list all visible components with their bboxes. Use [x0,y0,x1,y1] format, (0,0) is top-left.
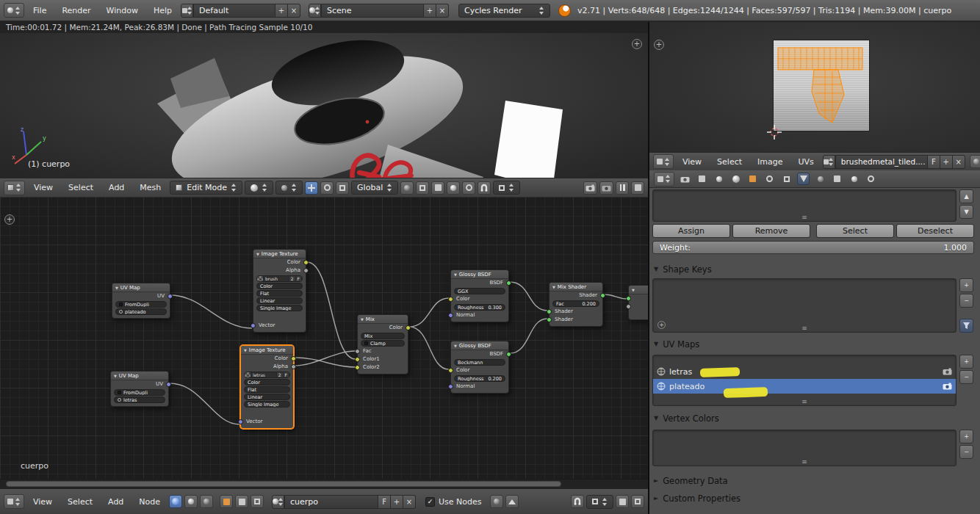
deselect-button[interactable]: Deselect [896,224,974,238]
uv-view[interactable]: + [649,22,980,152]
node-header[interactable]: ▼Glossy BSDF [451,270,508,279]
editor-type-selector[interactable] [654,172,674,187]
proportional-edit-button[interactable] [462,181,475,195]
render-result-button[interactable] [616,495,629,508]
roughness-slider[interactable]: Roughness0.200 [454,375,505,382]
node-header[interactable]: ▼Mix Shader [550,283,602,292]
color-input-socket[interactable] [448,368,453,373]
uv-map-remove-button[interactable]: − [959,370,973,384]
fake-user-button[interactable]: F [284,372,289,377]
snap-magnet-button[interactable] [571,495,584,508]
active-render-camera-icon[interactable] [943,368,952,375]
render-view[interactable]: z y x (1) cuerpo + [0,33,648,178]
region-expand-icon[interactable]: + [632,39,642,49]
node-header[interactable]: ▼Image Texture [253,250,306,258]
scene-name-field[interactable]: Scene [321,4,424,18]
editor-type-selector[interactable] [4,494,24,509]
node-header[interactable]: ▼ [629,286,648,294]
region-expand-icon[interactable]: + [654,40,664,50]
editor-type-selector[interactable] [653,154,674,169]
menu-select[interactable]: Select [710,157,749,167]
assign-button[interactable]: Assign [652,224,730,238]
shader-output-socket[interactable] [600,293,605,298]
alpha-output-socket[interactable] [291,364,296,369]
tree-type-shader-button[interactable] [220,495,233,508]
from-dupli-toggle[interactable]: FromDupli [114,389,165,396]
uv-output-socket[interactable] [166,382,171,387]
menu-view[interactable]: View [27,183,60,192]
shader-type-world-button[interactable] [184,495,198,508]
color-input-socket[interactable] [448,297,453,302]
collapse-icon[interactable]: ▼ [632,288,635,292]
vertex-color-remove-button[interactable]: − [959,445,973,459]
horizontal-scrollbar[interactable] [0,479,648,488]
clamp-toggle[interactable]: Clamp [361,340,405,347]
fake-user-button[interactable]: F [378,495,391,509]
list-move-down-button[interactable]: ▼ [959,205,973,219]
copy-screen-button[interactable] [631,181,644,195]
menu-select[interactable]: Select [61,497,99,507]
node-uv-map-1[interactable]: ▼UV Map UV FromDupli plateado [112,283,170,319]
opengl-render-anim-button[interactable] [599,181,613,195]
node-clipped-output[interactable]: ▼ [628,285,648,320]
fac-slider[interactable]: Fac0.200 [552,300,599,307]
resize-grip-icon[interactable]: ≡ [801,399,807,405]
color1-input-socket[interactable] [355,357,360,362]
tab-texture[interactable] [831,173,843,185]
menu-node[interactable]: Node [132,497,167,507]
users-count[interactable]: 2 [289,276,296,281]
menu-uvs[interactable]: UVs [792,157,821,167]
color-output-socket[interactable] [291,356,296,361]
list-add-icon[interactable]: + [657,321,666,329]
alpha-output-socket[interactable] [303,268,309,273]
image-datablock[interactable]: letras2F [244,372,290,378]
node-uv-map-2[interactable]: ▼UV Map UV FromDupli letras [110,371,169,407]
menu-add[interactable]: Add [101,497,130,507]
collapse-icon[interactable]: ▼ [256,252,259,256]
menu-mesh[interactable]: Mesh [133,183,167,192]
color-space-dropdown[interactable]: Color [244,379,290,386]
node-mix[interactable]: ▼Mix Color Mix Clamp Fac Color1 Color2 [357,314,408,374]
mode-dropdown[interactable]: Edit Mode [170,181,242,195]
tab-material[interactable] [814,173,826,185]
uv-map-select[interactable]: plateado [115,308,167,315]
snap-element-dropdown[interactable] [493,181,520,195]
vertex-colors-list[interactable]: ≡ [652,430,956,466]
tab-object-data[interactable] [797,173,810,185]
tab-constraints[interactable] [763,173,776,185]
normal-input-socket[interactable] [448,384,453,389]
projection-dropdown[interactable]: Flat [256,290,303,297]
tab-world[interactable] [729,173,742,185]
use-nodes-checkbox[interactable]: ✓ [425,497,435,507]
scene-add-button[interactable]: + [424,4,436,18]
active-render-camera-icon[interactable] [943,383,952,390]
shape-key-remove-button[interactable]: − [959,294,973,308]
projection-dropdown[interactable]: Flat [244,386,290,393]
interpolation-dropdown[interactable]: Linear [256,297,303,304]
material-unlink-button[interactable]: × [403,495,416,509]
node-image-texture-1[interactable]: ▼Image Texture Color Alpha brush2F Color… [253,249,306,333]
select-mode-face-button[interactable] [431,181,444,195]
image-browse-button[interactable] [823,155,835,169]
panel-geometry-data-header[interactable]: ► Geometry Data [652,474,974,487]
editor-type-selector[interactable] [4,181,25,195]
vertex-color-add-button[interactable]: + [959,430,973,444]
editor-type-selector[interactable] [4,3,24,18]
shader-type-lamp-button[interactable] [200,495,213,508]
menu-select[interactable]: Select [62,183,100,192]
menu-window[interactable]: Window [100,6,145,15]
volume-input-socket[interactable] [626,304,631,309]
image-add-button[interactable]: + [940,155,953,169]
resize-grip-icon[interactable]: ≡ [801,459,807,466]
snap-mode-dropdown[interactable] [586,495,613,509]
region-expand-icon[interactable]: + [4,214,15,225]
image-unlink-button[interactable]: × [953,155,965,169]
node-glossy-bsdf-2[interactable]: ▼Glossy BSDF BSDF Beckmann Color Roughne… [450,341,509,394]
uv-map-item-letras[interactable]: letras [653,364,956,379]
layout-name-field[interactable]: Default [193,4,275,18]
node-glossy-bsdf-1[interactable]: ▼Glossy BSDF BSDF GGX Color Roughness0.3… [450,269,509,322]
image-datablock[interactable]: brush2F [256,275,303,282]
list-move-up-button[interactable]: ▲ [959,189,973,203]
render-engine-dropdown[interactable]: Cycles Render [458,4,550,18]
distribution-dropdown[interactable]: GGX [454,288,505,294]
